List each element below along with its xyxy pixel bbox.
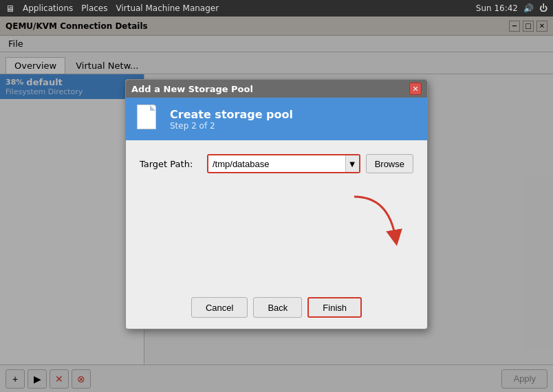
dialog-title: Add a New Storage Pool <box>131 84 253 94</box>
dialog-close-button[interactable]: ✕ <box>409 83 422 95</box>
target-path-label: Target Path: <box>140 159 202 169</box>
vmm-menu[interactable]: Virtual Machine Manager <box>116 3 219 13</box>
places-menu[interactable]: Places <box>81 3 107 13</box>
system-bar-right: Sun 16:42 🔊 ⏻ <box>476 3 547 13</box>
path-dropdown-button[interactable]: ▼ <box>345 155 359 172</box>
power-icon[interactable]: ⏻ <box>539 3 547 13</box>
dialog-header-text: Create storage pool Step 2 of 2 <box>170 108 293 131</box>
file-icon-body <box>137 105 156 129</box>
dialog-content: Target Path: ▼ Browse <box>126 140 427 292</box>
dialog-overlay: Add a New Storage Pool ✕ Create storage … <box>0 17 553 392</box>
app-icon: 🖥 <box>6 3 14 14</box>
time-display: Sun 16:42 <box>476 3 518 13</box>
system-bar: 🖥 Applications Places Virtual Machine Ma… <box>0 0 553 17</box>
cancel-button[interactable]: Cancel <box>191 297 248 318</box>
dialog-header: Create storage pool Step 2 of 2 <box>126 98 427 140</box>
target-path-row: Target Path: ▼ Browse <box>140 154 413 173</box>
file-icon-corner <box>150 105 155 111</box>
browse-button[interactable]: Browse <box>366 154 413 173</box>
dialog-header-step: Step 2 of 2 <box>170 121 293 131</box>
dialog: Add a New Storage Pool ✕ Create storage … <box>125 79 428 329</box>
applications-menu[interactable]: Applications <box>23 3 73 13</box>
volume-icon[interactable]: 🔊 <box>523 3 534 13</box>
dialog-titlebar: Add a New Storage Pool ✕ <box>126 80 427 98</box>
target-path-input[interactable] <box>208 156 345 172</box>
dialog-footer: Cancel Back Finish <box>126 292 427 329</box>
arrow-annotation <box>334 190 416 259</box>
main-window: QEMU/KVM Connection Details − □ ✕ File O… <box>0 17 553 392</box>
finish-button[interactable]: Finish <box>307 297 362 318</box>
dialog-header-title: Create storage pool <box>170 108 293 121</box>
back-button[interactable]: Back <box>253 297 302 318</box>
target-path-input-group: ▼ <box>207 154 360 173</box>
system-bar-left: 🖥 Applications Places Virtual Machine Ma… <box>6 3 219 14</box>
storage-icon <box>137 105 162 133</box>
